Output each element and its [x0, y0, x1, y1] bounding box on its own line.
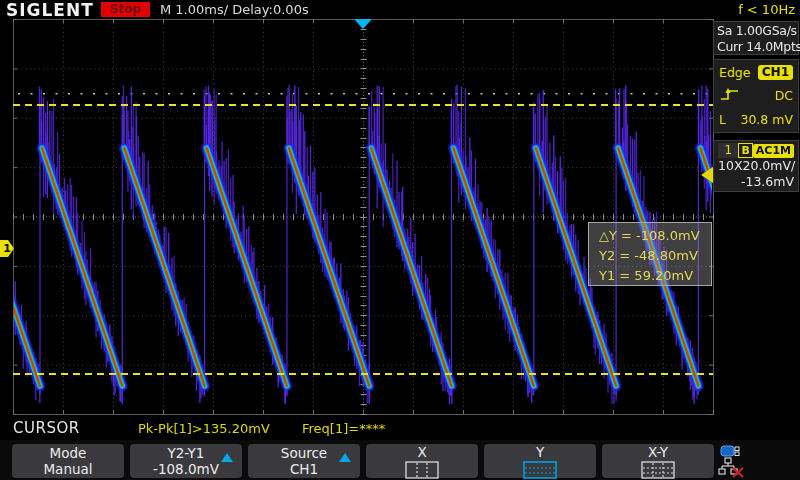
memory-depth-readout: Curr 14.0Mpts: [717, 39, 795, 55]
acquisition-status-badge: Stop: [101, 2, 150, 17]
trigger-panel: Edge CH1 DC L 30.8 mV: [713, 59, 799, 133]
cursor-line-y2: [13, 373, 713, 375]
channel-number-tile: 1: [718, 143, 738, 158]
trigger-level-marker-icon: [701, 167, 713, 183]
channel-panel: 1 B AC1M 10X 20.0mV/ -13.6mV: [713, 140, 799, 192]
rising-edge-icon: [719, 87, 741, 105]
softkey-value: -108.0mV: [130, 461, 242, 477]
trigger-level-readout: 30.8 mV: [740, 112, 793, 127]
brand-logo: SIGLENT: [6, 0, 94, 20]
timebase-readout: M 1.00ms/ Delay:0.00s: [160, 2, 309, 17]
softkey-y2y1-button[interactable]: Y2-Y1 -108.0mV: [130, 444, 242, 478]
channel-coupling-badge: AC1M: [753, 144, 794, 158]
softkey-label: X: [366, 444, 478, 460]
cursor-y2-readout: Y2 = -48.80mV: [599, 246, 711, 266]
x-cursors-icon: [366, 461, 478, 479]
trigger-frequency-readout: f < 10Hz: [738, 2, 795, 17]
softkey-xy-cursors-button[interactable]: X-Y: [602, 444, 714, 478]
softkey-label: Mode: [12, 445, 124, 461]
trigger-level-prefix: L: [719, 112, 726, 127]
trigger-source-badge: CH1: [758, 65, 793, 80]
sample-rate-readout: Sa 1.00GSa/s: [717, 23, 795, 39]
probe-attenuation-readout: 10X: [718, 158, 742, 173]
softkey-source-button[interactable]: Source CH1: [248, 444, 360, 478]
up-arrow-icon: [339, 453, 351, 462]
y-cursors-icon: [484, 461, 596, 479]
softkey-y-cursors-button[interactable]: Y: [484, 444, 596, 478]
trigger-coupling-label: DC: [775, 88, 793, 103]
measurement-pkpk: Pk-Pk[1]>135.20mV: [138, 421, 270, 436]
active-menu-title: CURSOR: [13, 419, 80, 437]
up-arrow-icon: [221, 453, 233, 462]
cursor-delta-readout: △Y = -108.0mV: [599, 226, 711, 246]
lan-disconnected-icon: [717, 457, 745, 480]
cursor-line-y1: [13, 104, 713, 106]
softkey-value: CH1: [248, 461, 360, 477]
trigger-mode-label: Edge: [719, 65, 750, 80]
measurement-freq: Freq[1]=****: [302, 421, 385, 436]
xy-cursors-icon: [602, 461, 714, 479]
softkey-x-cursors-button[interactable]: X: [366, 444, 478, 478]
softkey-label: Y: [484, 444, 596, 460]
cursor-y1-readout: Y1 = 59.20mV: [599, 266, 711, 286]
softkey-mode-button[interactable]: Mode Manual: [12, 444, 124, 478]
cursor-readout-box: △Y = -108.0mV Y2 = -48.80mV Y1 = 59.20mV: [588, 222, 712, 286]
vertical-offset-readout: -13.6mV: [741, 174, 794, 189]
oscilloscope-screen: SIGLENT Stop M 1.00ms/ Delay:0.00s f < 1…: [0, 0, 800, 480]
acquisition-panel: Sa 1.00GSa/s Curr 14.0Mpts: [713, 21, 799, 55]
trigger-position-marker-icon: [354, 19, 372, 29]
softkey-value: Manual: [12, 461, 124, 477]
bandwidth-limit-badge: B: [738, 143, 752, 158]
softkey-menu-bar: Mode Manual Y2-Y1 -108.0mV Source CH1 X: [0, 440, 800, 480]
softkey-label: X-Y: [602, 444, 714, 460]
vertical-scale-readout: 20.0mV/: [742, 158, 795, 173]
